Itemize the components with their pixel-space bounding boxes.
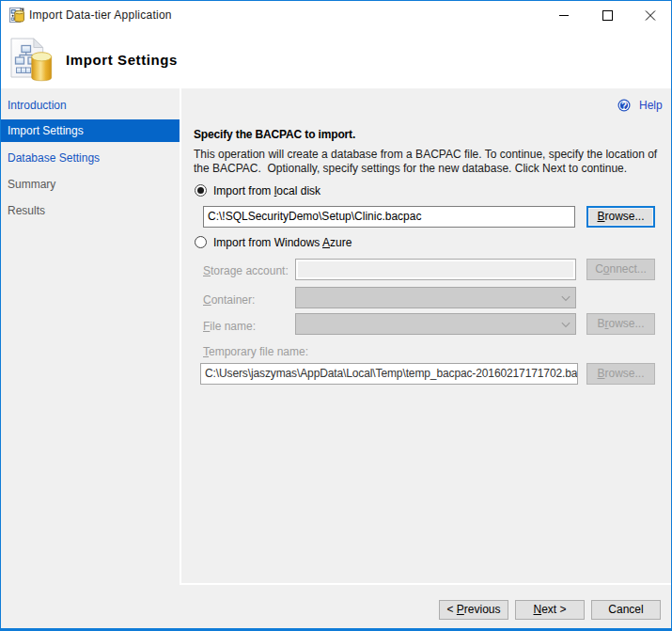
svg-text:?: ? — [621, 101, 627, 111]
